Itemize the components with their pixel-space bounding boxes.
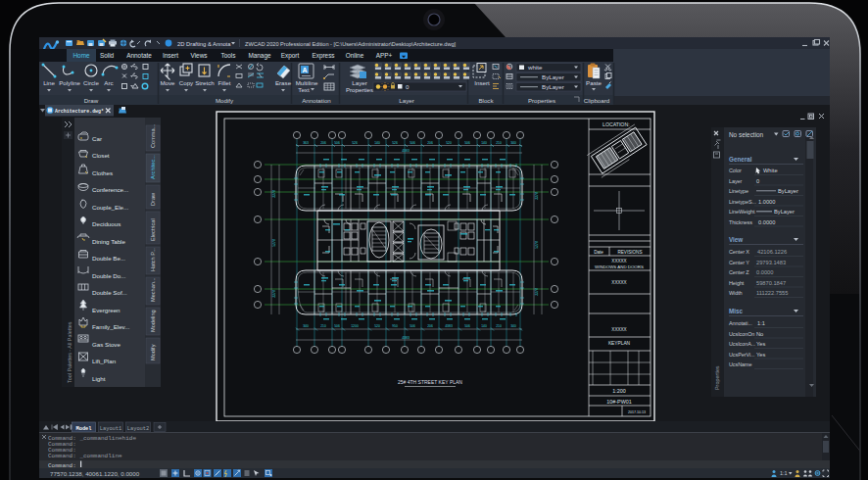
svg-text:Thickness: Thickness	[729, 219, 752, 225]
svg-text:Hatch P...: Hatch P...	[150, 248, 156, 271]
svg-text:5278: 5278	[272, 239, 276, 247]
svg-text:77570.1238, 40061.1220, 0.0000: 77570.1238, 40061.1220, 0.0000	[50, 470, 140, 477]
svg-text:Conference...: Conference...	[92, 186, 128, 193]
svg-text:Layer: Layer	[729, 178, 743, 184]
svg-text:UcsPerVi...: UcsPerVi...	[729, 352, 755, 358]
svg-text:Architecture.dwg*: Architecture.dwg*	[55, 109, 104, 114]
svg-text:10#-PW01: 10#-PW01	[606, 399, 631, 405]
svg-text:Couple_Ele...: Couple_Ele...	[92, 204, 128, 211]
svg-text:340: 340	[510, 141, 516, 145]
svg-text:Width: Width	[729, 290, 743, 296]
svg-text:Layout2: Layout2	[127, 426, 150, 432]
svg-text:3378: 3378	[272, 190, 276, 198]
svg-text:506: 506	[334, 324, 340, 328]
svg-text:UcsName: UcsName	[729, 361, 751, 367]
svg-text:506: 506	[410, 141, 415, 145]
svg-text:140: 140	[374, 141, 380, 145]
svg-text:Architec...: Architec...	[150, 155, 156, 179]
svg-text:Color: Color	[729, 168, 742, 173]
svg-text:Tool Palettes - All Palettes: Tool Palettes - All Palettes	[67, 321, 72, 383]
svg-text:Center Z: Center Z	[729, 269, 749, 275]
svg-text:3378: 3378	[272, 290, 276, 298]
svg-text:140: 140	[481, 324, 487, 328]
svg-text:4383: 4383	[402, 149, 410, 153]
svg-text:340: 340	[510, 324, 516, 328]
svg-text:Deciduous: Deciduous	[92, 220, 121, 227]
svg-text:Evergreen: Evergreen	[92, 307, 121, 313]
svg-text:520: 520	[374, 324, 380, 328]
svg-text:Light: Light	[92, 375, 106, 382]
svg-text:59870.1847: 59870.1847	[756, 280, 786, 286]
svg-text:Yes: Yes	[756, 341, 765, 347]
svg-text:210: 210	[496, 141, 502, 145]
svg-text:Date: Date	[594, 250, 603, 255]
svg-text:Properties: Properties	[714, 365, 720, 390]
svg-text:363: 363	[303, 141, 309, 145]
svg-text:Double Sof...: Double Sof...	[92, 289, 127, 296]
svg-text:506: 506	[464, 141, 470, 145]
svg-text:Comma...: Comma...	[150, 123, 156, 148]
svg-text:View: View	[729, 236, 743, 243]
svg-text:0.0000: 0.0000	[758, 219, 775, 225]
svg-text:Draw: Draw	[150, 192, 156, 206]
svg-text:506: 506	[334, 141, 340, 145]
svg-text:206: 206	[320, 141, 326, 145]
svg-text:Misc: Misc	[729, 308, 743, 314]
svg-text:520: 520	[446, 141, 452, 145]
svg-text:No: No	[756, 331, 763, 337]
svg-text:UcsIconOn: UcsIconOn	[729, 331, 754, 337]
svg-text:Height: Height	[729, 280, 745, 286]
svg-text:Modeling: Modeling	[150, 310, 156, 332]
svg-text:1:1: 1:1	[780, 470, 788, 476]
svg-text:2017.10.13: 2017.10.13	[628, 410, 646, 414]
svg-text:LinetypeS...: LinetypeS...	[729, 199, 756, 205]
svg-text:4383: 4383	[445, 324, 453, 328]
svg-text:25# 4TH STREET KEY PLAN: 25# 4TH STREET KEY PLAN	[398, 379, 462, 385]
svg-text:950: 950	[392, 324, 398, 328]
svg-text:0.0000: 0.0000	[756, 269, 773, 275]
svg-text:ByLayer: ByLayer	[778, 188, 798, 194]
svg-text:3378: 3378	[535, 192, 539, 200]
svg-text:Modify: Modify	[150, 344, 156, 360]
svg-text:1:200: 1:200	[612, 388, 626, 394]
svg-text:ByLayer: ByLayer	[774, 209, 795, 215]
svg-text:Center Y: Center Y	[729, 260, 749, 265]
svg-text:5278: 5278	[535, 241, 539, 249]
svg-text:Center X: Center X	[729, 249, 749, 255]
svg-text:Lift_Plan: Lift_Plan	[92, 358, 117, 364]
svg-text:111222.7555: 111222.7555	[756, 290, 788, 296]
svg-text:Double Do...: Double Do...	[92, 272, 126, 279]
svg-text:Layout1: Layout1	[100, 426, 122, 432]
svg-text:XXXXX: XXXXX	[611, 280, 626, 285]
svg-text:Gas Stove: Gas Stove	[92, 341, 121, 348]
svg-text:General: General	[729, 156, 752, 163]
svg-text:0: 0	[756, 178, 759, 184]
svg-text:REVISIONS: REVISIONS	[617, 250, 642, 255]
svg-text:1:1: 1:1	[757, 320, 765, 326]
svg-text:XXXXX: XXXXX	[611, 327, 626, 332]
svg-text:Car: Car	[92, 135, 102, 142]
svg-text:506: 506	[464, 324, 470, 328]
svg-text:Yes: Yes	[756, 352, 765, 358]
svg-text:526: 526	[352, 141, 358, 145]
svg-text:Command: _commandline: Command: _commandline	[48, 453, 122, 459]
svg-text:Family_Elev...: Family_Elev...	[92, 323, 130, 330]
svg-text:Model: Model	[75, 426, 92, 432]
svg-text:Clothes: Clothes	[92, 169, 113, 176]
svg-text:206: 206	[427, 141, 433, 145]
svg-text:140: 140	[481, 141, 487, 145]
svg-text:White: White	[763, 168, 778, 173]
svg-text:29793.1483: 29793.1483	[756, 260, 786, 265]
svg-text:XXXXX: XXXXX	[611, 259, 626, 264]
svg-text:Mechan...: Mechan...	[150, 277, 156, 302]
svg-text:Closet: Closet	[92, 152, 110, 159]
svg-text:Electrical: Electrical	[150, 218, 156, 241]
svg-text:No selection: No selection	[729, 131, 764, 138]
svg-text:LOCATION:: LOCATION:	[603, 121, 630, 127]
svg-text:210: 210	[496, 324, 502, 328]
svg-text:206: 206	[427, 324, 433, 328]
svg-text:210: 210	[320, 324, 326, 328]
svg-text:1200: 1200	[351, 324, 359, 328]
svg-text:3378: 3378	[535, 288, 539, 296]
svg-text:Dining Table: Dining Table	[92, 238, 125, 245]
